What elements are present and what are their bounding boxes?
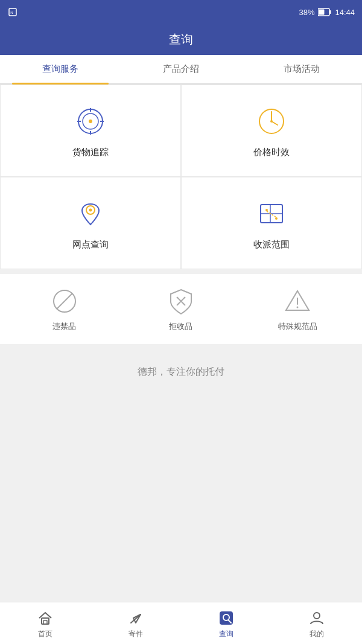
ban-icon xyxy=(49,286,80,316)
location-icon xyxy=(72,196,109,232)
time-display: 14:44 xyxy=(335,8,355,17)
tab-product-intro[interactable]: 产品介绍 xyxy=(121,55,241,83)
warning-icon xyxy=(282,286,313,316)
tab-market-activity[interactable]: 市场活动 xyxy=(241,55,362,83)
svg-point-29 xyxy=(297,307,299,308)
nav-home-label: 首页 xyxy=(38,629,52,639)
grid-item-tracking[interactable]: 货物追踪 xyxy=(0,84,181,177)
svg-rect-3 xyxy=(319,10,325,15)
nav-item-mine[interactable]: 我的 xyxy=(272,607,362,642)
svg-point-21 xyxy=(265,209,268,211)
price-label: 价格时效 xyxy=(253,147,290,158)
clock-icon xyxy=(253,103,290,139)
bottom-item-prohibited[interactable]: 违禁品 xyxy=(6,286,122,332)
slogan-text: 德邦，专注你的托付 xyxy=(138,366,224,377)
bottom-item-special[interactable]: 特殊规范品 xyxy=(240,286,356,332)
bottom-nav: 首页 寄件 查询 我的 xyxy=(0,602,362,644)
page-header: 查询 xyxy=(0,24,362,55)
map-icon xyxy=(253,196,290,232)
home-icon xyxy=(37,610,54,626)
status-bar-right: 38% 14:44 xyxy=(299,8,355,17)
battery-icon xyxy=(318,8,331,16)
nav-send-label: 寄件 xyxy=(129,629,143,639)
status-bar: N 38% 14:44 xyxy=(0,0,362,24)
nav-item-home[interactable]: 首页 xyxy=(0,607,91,642)
svg-line-25 xyxy=(57,293,72,309)
grid-item-outlet[interactable]: 网点查询 xyxy=(0,177,181,269)
svg-rect-30 xyxy=(42,618,49,624)
user-icon xyxy=(308,610,325,626)
tab-query-service[interactable]: 查询服务 xyxy=(0,55,121,83)
status-bar-left: N xyxy=(7,7,18,18)
svg-rect-4 xyxy=(329,10,331,14)
range-label: 收派范围 xyxy=(253,239,290,250)
outlet-label: 网点查询 xyxy=(72,239,109,250)
target-icon xyxy=(72,103,109,139)
slogan-section: 德邦，专注你的托付 xyxy=(0,349,362,602)
shield-x-icon xyxy=(166,286,196,316)
header-title: 查询 xyxy=(169,33,193,46)
grid-item-price[interactable]: 价格时效 xyxy=(181,84,362,177)
nfc-icon: N xyxy=(7,7,18,18)
nav-query-label: 查询 xyxy=(219,629,233,639)
svg-point-17 xyxy=(89,209,92,212)
send-icon xyxy=(127,610,144,626)
nav-mine-label: 我的 xyxy=(310,629,324,639)
main-grid-section: 货物追踪 价格时效 网点查询 xyxy=(0,84,362,269)
tab-bar: 查询服务 产品介绍 市场活动 xyxy=(0,55,362,84)
prohibited-label: 违禁品 xyxy=(52,321,76,332)
battery-percent: 38% xyxy=(299,8,314,17)
refused-label: 拒收品 xyxy=(169,321,192,332)
svg-text:N: N xyxy=(10,11,13,14)
bottom-item-refused[interactable]: 拒收品 xyxy=(122,286,239,332)
nav-item-send[interactable]: 寄件 xyxy=(91,607,181,642)
svg-point-35 xyxy=(314,613,320,619)
svg-point-7 xyxy=(89,120,92,123)
svg-point-22 xyxy=(275,217,278,220)
svg-line-23 xyxy=(267,211,276,217)
nav-item-query[interactable]: 查询 xyxy=(181,607,272,642)
search-active-icon xyxy=(218,610,235,626)
svg-line-15 xyxy=(272,121,278,125)
tracking-label: 货物追踪 xyxy=(72,147,109,158)
special-label: 特殊规范品 xyxy=(278,321,317,332)
main-grid: 货物追踪 价格时效 网点查询 xyxy=(0,84,362,269)
info-section: 违禁品 拒收品 特殊规范品 xyxy=(0,274,362,344)
grid-item-range[interactable]: 收派范围 xyxy=(181,177,362,269)
